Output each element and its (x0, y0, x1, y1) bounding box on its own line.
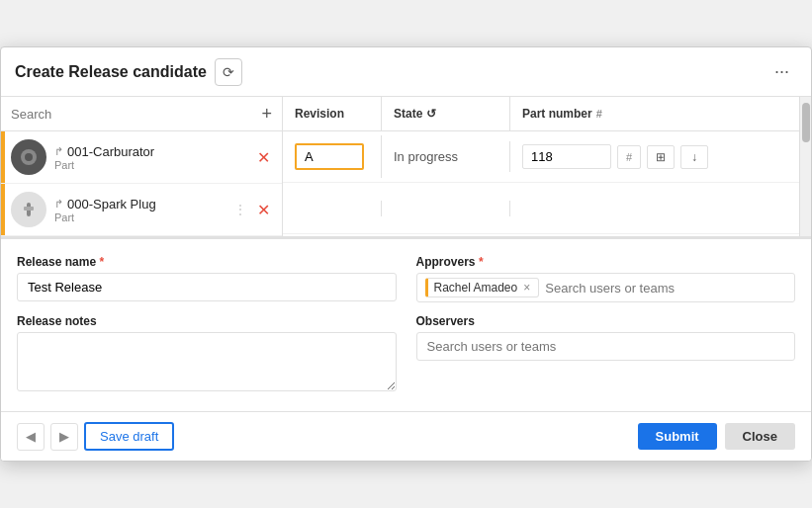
part-cell: # ⊞ ↓ (510, 136, 799, 177)
part-label: Part number (522, 107, 592, 121)
state-refresh-icon: ↺ (426, 107, 436, 121)
release-name-label: Release name * (17, 255, 397, 269)
form-row-2: Release notes Observers (17, 314, 795, 391)
approver-tag: Rachel Amadeo × (425, 278, 540, 297)
part-icon: ↱ (54, 198, 63, 211)
revision-cell (283, 201, 382, 216)
part-number-input[interactable] (522, 144, 611, 169)
svg-point-1 (25, 153, 33, 161)
item-type: Part (54, 212, 226, 223)
required-marker: * (99, 255, 104, 269)
release-notes-col: Release notes (17, 314, 397, 391)
revision-input[interactable] (295, 143, 364, 170)
search-bar: + (1, 97, 282, 131)
state-cell (382, 201, 510, 216)
release-notes-label: Release notes (17, 314, 397, 328)
state-cell: In progress (382, 141, 510, 172)
save-draft-button[interactable]: Save draft (84, 422, 174, 451)
spark-plug-icon (19, 203, 39, 216)
table-icon: ⊞ (656, 150, 666, 164)
download-icon: ↓ (691, 150, 697, 164)
add-icon: + (261, 104, 272, 124)
item-info: ↱ 001-Carburator Part (54, 144, 247, 171)
header-left: Create Release candidate ⟳ (15, 58, 242, 86)
footer-right: Submit Close (638, 423, 795, 450)
item-name: ↱ 000-Spark Plug (54, 197, 226, 212)
item-list: ↱ 001-Carburator Part ✕ ↱ (1, 131, 282, 236)
submit-button[interactable]: Submit (638, 423, 717, 450)
observers-search-input[interactable] (416, 332, 796, 361)
modal-title: Create Release candidate (15, 63, 207, 81)
observers-label: Observers (416, 314, 796, 328)
left-panel: + ↱ 001-Carburator Part (1, 97, 283, 236)
remove-approver-button[interactable]: × (521, 282, 532, 294)
modal-footer: ◀ ▶ Save draft Submit Close (1, 411, 811, 461)
release-name-label-text: Release name (17, 255, 96, 269)
form-row: Release name * Approvers * Rachel Amadeo… (17, 255, 795, 302)
svg-rect-3 (24, 207, 34, 211)
modal: Create Release candidate ⟳ ··· + (0, 46, 812, 462)
approvers-label-text: Approvers (416, 255, 476, 269)
part-thumbnail-icon (19, 147, 39, 167)
panel-with-scroll: Revision State ↺ Part number # (283, 97, 811, 236)
approvers-input[interactable]: Rachel Amadeo × (416, 273, 796, 302)
item-info: ↱ 000-Spark Plug Part (54, 197, 226, 223)
scrollbar-thumb[interactable] (802, 103, 810, 142)
observers-col: Observers (416, 314, 796, 391)
data-rows: In progress # ⊞ ↓ (283, 131, 799, 236)
close-button[interactable]: Close (725, 423, 795, 450)
item-type: Part (54, 159, 247, 171)
state-label: State (394, 107, 422, 121)
remove-item-button[interactable]: ✕ (255, 146, 272, 169)
item-name-text: 001-Carburator (67, 144, 154, 159)
right-panel: Revision State ↺ Part number # (283, 97, 799, 236)
scrollbar[interactable] (799, 97, 811, 236)
bottom-form: Release name * Approvers * Rachel Amadeo… (1, 237, 811, 411)
approvers-search-input[interactable] (545, 281, 786, 296)
remove-item-button[interactable]: ✕ (255, 199, 272, 221)
top-panel: + ↱ 001-Carburator Part (1, 97, 811, 237)
forward-icon: ▶ (59, 429, 69, 444)
more-options-button[interactable]: ··· (767, 57, 797, 86)
release-notes-textarea[interactable] (17, 332, 397, 391)
back-button[interactable]: ◀ (17, 423, 45, 451)
item-thumbnail (11, 192, 46, 227)
required-marker: * (479, 255, 484, 269)
refresh-icon: ⟳ (223, 64, 234, 80)
item-name-text: 000-Spark Plug (67, 197, 156, 212)
data-row (283, 183, 799, 234)
item-thumbnail (11, 139, 46, 175)
release-name-col: Release name * (17, 255, 397, 302)
revision-cell (283, 135, 382, 178)
forward-button[interactable]: ▶ (50, 423, 78, 451)
item-name: ↱ 001-Carburator (54, 144, 247, 159)
columns-header: Revision State ↺ Part number # (283, 97, 799, 131)
release-name-input[interactable] (17, 273, 397, 301)
back-icon: ◀ (26, 429, 36, 444)
revision-column-header: Revision (283, 97, 382, 130)
hash-icon: # (596, 108, 602, 120)
view-button[interactable]: ⊞ (647, 145, 675, 169)
search-input[interactable] (11, 107, 255, 122)
data-row: In progress # ⊞ ↓ (283, 131, 799, 183)
list-item: ↱ 000-Spark Plug Part ⋮ ✕ (1, 184, 282, 236)
part-cell (510, 201, 799, 216)
hash-button[interactable]: # (617, 145, 641, 169)
approvers-col: Approvers * Rachel Amadeo × (416, 255, 796, 302)
list-item: ↱ 001-Carburator Part ✕ (1, 131, 282, 184)
warning-indicator (1, 184, 5, 235)
part-icon: ↱ (54, 145, 63, 158)
warning-indicator (1, 131, 5, 183)
drag-handle[interactable]: ⋮ (233, 202, 247, 217)
state-column-header: State ↺ (382, 97, 510, 130)
approver-name: Rachel Amadeo (434, 281, 518, 295)
part-column-header: Part number # (510, 97, 799, 130)
footer-left: ◀ ▶ Save draft (17, 422, 174, 451)
download-button[interactable]: ↓ (680, 145, 708, 169)
add-item-button[interactable]: + (261, 105, 272, 123)
modal-header: Create Release candidate ⟳ ··· (1, 47, 811, 97)
refresh-button[interactable]: ⟳ (215, 58, 242, 86)
approvers-label: Approvers * (416, 255, 796, 269)
